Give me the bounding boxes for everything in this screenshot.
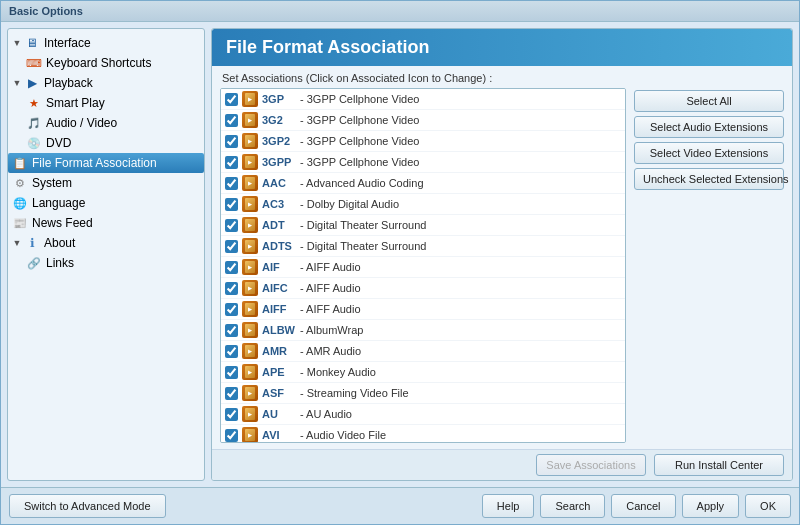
sidebar-item-interface[interactable]: ▼ 🖥 Interface (8, 33, 204, 53)
file-extension: AIFC (262, 282, 300, 294)
ok-button[interactable]: OK (745, 494, 791, 518)
list-item: ▶3GP- 3GPP Cellphone Video (221, 89, 625, 110)
file-ext-icon: ▶ (242, 259, 258, 275)
file-description: - Monkey Audio (300, 366, 376, 378)
switch-mode-button[interactable]: Switch to Advanced Mode (9, 494, 166, 518)
expand-interface-icon: ▼ (12, 38, 22, 48)
sidebar-item-playback[interactable]: ▼ ▶ Playback (8, 73, 204, 93)
file-ext-icon: ▶ (242, 427, 258, 443)
file-checkbox[interactable] (225, 345, 238, 358)
sidebar-item-links[interactable]: 🔗 Links (8, 253, 204, 273)
file-checkbox[interactable] (225, 93, 238, 106)
file-extension: ADT (262, 219, 300, 231)
search-button[interactable]: Search (540, 494, 605, 518)
list-item: ▶ASF- Streaming Video File (221, 383, 625, 404)
list-item: ▶ALBW- AlbumWrap (221, 320, 625, 341)
list-item: ▶3GPP- 3GPP Cellphone Video (221, 152, 625, 173)
file-checkbox[interactable] (225, 114, 238, 127)
file-ext-icon: ▶ (242, 385, 258, 401)
file-list[interactable]: ▶3GP- 3GPP Cellphone Video▶3G2- 3GPP Cel… (220, 88, 626, 443)
content-area: ▼ 🖥 Interface ⌨ Keyboard Shortcuts ▼ ▶ P… (1, 22, 799, 487)
file-ext-icon: ▶ (242, 133, 258, 149)
expand-about-icon: ▼ (12, 238, 22, 248)
save-associations-button[interactable]: Save Associations (536, 454, 646, 476)
file-ext-icon: ▶ (242, 322, 258, 338)
panel-bottom-bar: Save Associations Run Install Center (212, 449, 792, 480)
file-checkbox[interactable] (225, 324, 238, 337)
file-checkbox[interactable] (225, 156, 238, 169)
file-extension: AVI (262, 429, 300, 441)
list-item: ▶AIFF- AIFF Audio (221, 299, 625, 320)
file-extension: ALBW (262, 324, 300, 336)
file-checkbox[interactable] (225, 261, 238, 274)
file-ext-icon: ▶ (242, 364, 258, 380)
help-button[interactable]: Help (482, 494, 535, 518)
sidebar-item-language-label: Language (32, 196, 85, 210)
file-extension: 3GPP (262, 156, 300, 168)
panel-body: ▶3GP- 3GPP Cellphone Video▶3G2- 3GPP Cel… (212, 88, 792, 449)
sidebar-item-system[interactable]: ⚙ System (8, 173, 204, 193)
expand-playback-icon: ▼ (12, 78, 22, 88)
file-description: - Dolby Digital Audio (300, 198, 399, 210)
sidebar-item-news-feed[interactable]: 📰 News Feed (8, 213, 204, 233)
file-description: - AlbumWrap (300, 324, 363, 336)
sidebar-item-keyboard-label: Keyboard Shortcuts (46, 56, 151, 70)
file-checkbox[interactable] (225, 303, 238, 316)
sidebar-item-about-label: About (44, 236, 75, 250)
file-ext-icon: ▶ (242, 91, 258, 107)
smart-play-icon: ★ (26, 95, 42, 111)
sidebar-item-keyboard-shortcuts[interactable]: ⌨ Keyboard Shortcuts (8, 53, 204, 73)
file-description: - 3GPP Cellphone Video (300, 114, 419, 126)
file-checkbox[interactable] (225, 282, 238, 295)
file-extension: 3G2 (262, 114, 300, 126)
sidebar-item-links-label: Links (46, 256, 74, 270)
file-description: - 3GPP Cellphone Video (300, 135, 419, 147)
cancel-button[interactable]: Cancel (611, 494, 675, 518)
sidebar-item-playback-label: Playback (44, 76, 93, 90)
sidebar-item-dvd-label: DVD (46, 136, 71, 150)
file-description: - Digital Theater Surround (300, 240, 426, 252)
apply-button[interactable]: Apply (682, 494, 740, 518)
file-description: - AIFF Audio (300, 261, 361, 273)
sidebar-item-dvd[interactable]: 💿 DVD (8, 133, 204, 153)
file-extension: 3GP (262, 93, 300, 105)
run-install-center-button[interactable]: Run Install Center (654, 454, 784, 476)
file-ext-icon: ▶ (242, 175, 258, 191)
file-checkbox[interactable] (225, 198, 238, 211)
sidebar-item-file-format[interactable]: 📋 File Format Association (8, 153, 204, 173)
side-buttons: Select All Select Audio Extensions Selec… (634, 88, 784, 443)
file-ext-icon: ▶ (242, 217, 258, 233)
sidebar-item-smart-play[interactable]: ★ Smart Play (8, 93, 204, 113)
file-checkbox[interactable] (225, 219, 238, 232)
sidebar-item-language[interactable]: 🌐 Language (8, 193, 204, 213)
file-checkbox[interactable] (225, 429, 238, 442)
file-extension: AIFF (262, 303, 300, 315)
sidebar-item-about[interactable]: ▼ ℹ About (8, 233, 204, 253)
system-icon: ⚙ (12, 175, 28, 191)
file-extension: AIF (262, 261, 300, 273)
file-ext-icon: ▶ (242, 406, 258, 422)
sidebar-tree: ▼ 🖥 Interface ⌨ Keyboard Shortcuts ▼ ▶ P… (7, 28, 205, 481)
list-item: ▶ADT- Digital Theater Surround (221, 215, 625, 236)
file-description: - Digital Theater Surround (300, 219, 426, 231)
select-audio-button[interactable]: Select Audio Extensions (634, 116, 784, 138)
keyboard-shortcuts-icon: ⌨ (26, 55, 42, 71)
list-item: ▶AAC- Advanced Audio Coding (221, 173, 625, 194)
main-window: Basic Options ▼ 🖥 Interface ⌨ Keyboard S… (0, 0, 800, 525)
footer-right: Help Search Cancel Apply OK (482, 494, 791, 518)
file-checkbox[interactable] (225, 177, 238, 190)
file-checkbox[interactable] (225, 408, 238, 421)
dvd-icon: 💿 (26, 135, 42, 151)
file-description: - AIFF Audio (300, 282, 361, 294)
file-checkbox[interactable] (225, 366, 238, 379)
file-checkbox[interactable] (225, 240, 238, 253)
uncheck-button[interactable]: Uncheck Selected Extensions (634, 168, 784, 190)
sidebar-item-audio-video[interactable]: 🎵 Audio / Video (8, 113, 204, 133)
list-item: ▶3GP2- 3GPP Cellphone Video (221, 131, 625, 152)
select-all-button[interactable]: Select All (634, 90, 784, 112)
list-item: ▶3G2- 3GPP Cellphone Video (221, 110, 625, 131)
file-checkbox[interactable] (225, 135, 238, 148)
file-checkbox[interactable] (225, 387, 238, 400)
list-item: ▶AIF- AIFF Audio (221, 257, 625, 278)
select-video-button[interactable]: Select Video Extensions (634, 142, 784, 164)
